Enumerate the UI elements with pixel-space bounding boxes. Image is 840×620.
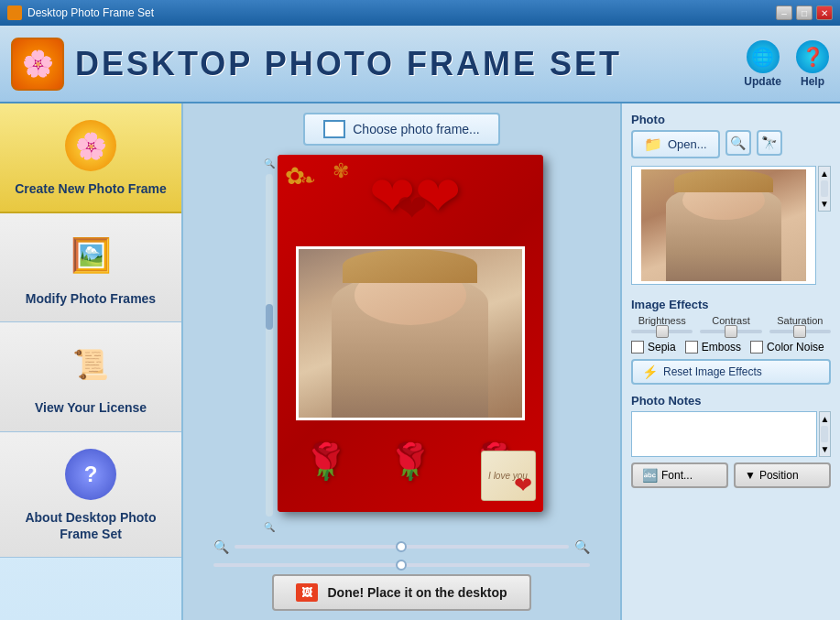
scroll-down-arrow[interactable]: 🔍 xyxy=(264,522,275,532)
photo-notes-textarea[interactable] xyxy=(631,411,817,457)
choose-frame-button[interactable]: Choose photo frame... xyxy=(303,113,500,146)
update-icon: 🌐 xyxy=(747,40,780,73)
reset-effects-button[interactable]: ⚡ Reset Image Effects xyxy=(631,359,831,385)
position-button[interactable]: ▼ Position xyxy=(734,462,831,488)
horizontal-scroll-thumb xyxy=(396,560,407,571)
zoom-slider-thumb xyxy=(396,541,407,552)
help-icon: ❓ xyxy=(796,40,829,73)
emboss-label: Emboss xyxy=(702,341,741,354)
photo-preview-row: ▲ ▼ xyxy=(631,166,831,288)
notes-scroll-track xyxy=(821,426,828,442)
scroll-up-arrow[interactable]: 🔍 xyxy=(264,158,275,169)
sepia-checkbox[interactable] xyxy=(631,341,644,354)
scroll-track[interactable] xyxy=(266,174,273,517)
app-logo: 🌸 Desktop Photo Frame Set xyxy=(11,38,622,91)
sidebar-icon-modify: 🖼️ xyxy=(63,228,118,283)
emboss-checkbox-item[interactable]: Emboss xyxy=(685,341,741,354)
heart-small: ❤ xyxy=(397,187,428,229)
search-photo-button[interactable]: 🔍 xyxy=(725,130,751,156)
done-label: Done! Place it on the desktop xyxy=(327,585,507,600)
done-button[interactable]: 🖼 Done! Place it on the desktop xyxy=(272,574,530,611)
sidebar-icon-license: 📜 xyxy=(63,337,118,392)
notes-section-label: Photo Notes xyxy=(631,394,831,408)
open-photo-button[interactable]: 📁 Open... xyxy=(631,130,720,158)
scroll-thumb xyxy=(266,304,273,330)
minimize-button[interactable]: – xyxy=(776,5,792,20)
position-btn-label: Position xyxy=(759,469,799,482)
update-label: Update xyxy=(744,75,781,88)
about-icon: ? xyxy=(65,449,116,500)
browse-photo-button[interactable]: 🔭 xyxy=(757,130,782,156)
sepia-label: Sepia xyxy=(648,341,676,354)
checkboxes-row: Sepia Emboss Color Noise xyxy=(631,341,831,354)
help-button[interactable]: ❓ Help xyxy=(796,40,829,88)
sidebar-label-modify: Modify Photo Frames xyxy=(26,290,156,307)
app-title: Desktop Photo Frame Set xyxy=(75,45,622,83)
sidebar-item-about[interactable]: ? About Desktop Photo Frame Set xyxy=(0,432,181,558)
sepia-checkbox-item[interactable]: Sepia xyxy=(631,341,676,354)
font-button[interactable]: 🔤 Font... xyxy=(631,462,728,488)
horizontal-scroll-track[interactable] xyxy=(213,563,590,567)
preview-scroll-track xyxy=(821,180,828,197)
rose-2: 🌹 xyxy=(388,441,431,482)
title-bar-controls: – □ ✕ xyxy=(776,5,833,20)
rose-1: 🌹 xyxy=(304,441,347,482)
preview-scroll-down[interactable]: ▼ xyxy=(820,199,829,209)
brightness-group: Brightness xyxy=(631,315,693,333)
gold-decor-2: ✾ xyxy=(333,159,349,183)
folder-icon: 📁 xyxy=(644,136,662,153)
saturation-thumb xyxy=(793,325,806,338)
sidebar-label-about: About Desktop Photo Frame Set xyxy=(7,509,174,542)
frame-icon xyxy=(323,120,345,138)
done-icon: 🖼 xyxy=(296,583,318,602)
color-noise-checkbox[interactable] xyxy=(750,341,763,354)
photo-section: Photo 📁 Open... 🔍 🔭 xyxy=(631,113,831,288)
close-button[interactable]: ✕ xyxy=(816,5,833,20)
notes-input-row: ▲ ▼ xyxy=(631,411,831,462)
effects-section-label: Image Effects xyxy=(631,298,831,311)
notes-scrollbar[interactable]: ▲ ▼ xyxy=(819,411,831,457)
sidebar-item-modify[interactable]: 🖼️ Modify Photo Frames xyxy=(0,213,181,322)
sidebar-item-create[interactable]: 🌸 Create New Photo Frame xyxy=(0,103,181,213)
zoom-slider-track[interactable] xyxy=(235,545,569,549)
choose-frame-label: Choose photo frame... xyxy=(353,122,480,136)
maximize-button[interactable]: □ xyxy=(796,5,813,20)
zoom-out-icon[interactable]: 🔍 xyxy=(213,539,229,554)
notes-scroll-down[interactable]: ▼ xyxy=(820,444,829,454)
modify-icon: 🖼️ xyxy=(65,230,116,281)
photo-notes-section: Photo Notes ▲ ▼ 🔤 Font... ▼ Position xyxy=(631,394,831,611)
app-logo-icon: 🌸 xyxy=(11,38,64,91)
saturation-slider[interactable] xyxy=(769,330,831,333)
brightness-slider[interactable] xyxy=(631,330,693,333)
sidebar-label-license: View Your License xyxy=(35,399,147,416)
color-noise-checkbox-item[interactable]: Color Noise xyxy=(750,341,824,354)
font-btn-label: Font... xyxy=(661,469,693,482)
magnify-icon: 🔍 xyxy=(730,136,746,150)
notes-scroll-up[interactable]: ▲ xyxy=(820,414,829,424)
preview-photo-image xyxy=(641,169,806,281)
dropdown-icon: ▼ xyxy=(745,469,756,482)
photo-canvas: ✿ ❧ ✾ ❤❤ ❤ 🌹 🌹 xyxy=(278,155,543,512)
brightness-thumb xyxy=(656,325,669,338)
effects-sliders: Brightness Contrast Saturation xyxy=(631,315,831,333)
help-label: Help xyxy=(801,75,824,88)
update-button[interactable]: 🌐 Update xyxy=(744,40,781,88)
emboss-checkbox[interactable] xyxy=(685,341,698,354)
title-bar-title: Desktop Photo Frame Set xyxy=(27,6,154,19)
saturation-group: Saturation xyxy=(769,315,831,333)
zoom-in-icon[interactable]: 🔍 xyxy=(574,539,590,554)
vertical-scrollbar[interactable]: 🔍 🔍 xyxy=(261,155,278,532)
photo-preview-scrollbar[interactable]: ▲ ▼ xyxy=(818,166,831,212)
image-effects-section: Image Effects Brightness Contrast Satura… xyxy=(631,298,831,385)
photo-person-hair xyxy=(343,249,476,283)
center-panel: Choose photo frame... 🔍 🔍 ✿ ❧ ✾ ❤❤ ❤ xyxy=(183,103,620,620)
preview-person-hair xyxy=(674,169,773,191)
right-panel: Photo 📁 Open... 🔍 🔭 xyxy=(620,103,840,620)
contrast-thumb xyxy=(725,325,737,338)
reset-icon: ⚡ xyxy=(642,364,658,379)
sidebar-icon-about: ? xyxy=(63,447,118,502)
font-icon: 🔤 xyxy=(642,468,658,483)
sidebar-item-license[interactable]: 📜 View Your License xyxy=(0,322,181,431)
contrast-slider[interactable] xyxy=(700,330,761,333)
preview-scroll-up[interactable]: ▲ xyxy=(820,169,829,179)
